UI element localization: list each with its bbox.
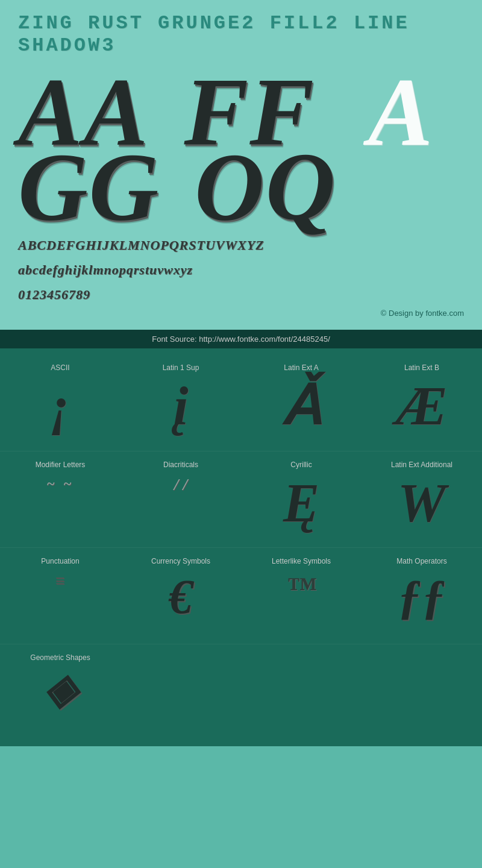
glyph-grid: ASCII ¡ Latin 1 Sup į Latin Ext A Ǎ Lati… <box>0 354 482 740</box>
glyph-cell-latinexta: Latin Ext A Ǎ <box>241 354 362 451</box>
glyph-ascii: ¡ <box>49 379 70 433</box>
glyph-cyrillic: Ę <box>283 476 319 530</box>
glyph-cell-letterlike: Letterlike Symbols ™ <box>241 547 362 644</box>
label-cyrillic: Cyrillic <box>247 461 355 469</box>
label-mathops: Math Operators <box>368 557 476 565</box>
glyph-cell-empty3 <box>362 644 482 740</box>
label-punctuation: Punctuation <box>6 557 114 565</box>
glyph-currency: € <box>169 573 193 621</box>
glyph-latinextadd: W <box>398 476 446 530</box>
glyph-geometric: ◈ <box>44 669 77 711</box>
label-geometric: Geometric Shapes <box>6 653 114 662</box>
label-letterlike: Letterlike Symbols <box>247 557 355 565</box>
glyph-cell-ascii: ASCII ¡ <box>0 354 120 451</box>
glyph-cell-modifier: Modifier Letters ~ ~ <box>0 451 120 547</box>
font-title: ZING RUST GRUNGE2 FILL2 LINE SHADOW3 <box>18 12 464 57</box>
glyph-latinextb: Æ <box>396 379 448 433</box>
glyph-cell-empty2 <box>241 644 362 740</box>
label-diacriticals: Diacriticals <box>127 461 235 469</box>
label-latinexta: Latin Ext A <box>247 363 355 372</box>
label-modifier: Modifier Letters <box>6 461 114 469</box>
digits: 0123456789 <box>18 286 464 304</box>
glyph-cell-empty1 <box>120 644 241 740</box>
glyph-cell-mathops: Math Operators ƒƒ <box>362 547 482 644</box>
glyph-cell-latinextb: Latin Ext B Æ <box>362 354 482 451</box>
glyph-letterlike: ™ <box>286 573 316 603</box>
glyph-cell-latin1sup: Latin 1 Sup į <box>120 354 241 451</box>
label-latin1sup: Latin 1 Sup <box>127 363 235 372</box>
glyph-punctuation: ≡ <box>55 573 65 590</box>
label-currency: Currency Symbols <box>127 557 235 565</box>
glyph-cell-punctuation: Punctuation ≡ <box>0 547 120 644</box>
label-latinextb: Latin Ext B <box>368 363 476 372</box>
source-bar: Font Source: http://www.fontke.com/font/… <box>0 330 482 348</box>
large-char-a-white: A <box>368 69 433 156</box>
copyright-text: © Design by fontke.com <box>18 309 464 318</box>
preview-section: ZING RUST GRUNGE2 FILL2 LINE SHADOW3 A A… <box>0 0 482 330</box>
glyph-latinexta: Ǎ <box>283 379 320 433</box>
glyph-cell-diacriticals: Diacriticals / / <box>120 451 241 547</box>
glyph-diacriticals: / / <box>174 476 188 493</box>
glyph-cell-geometric: Geometric Shapes ◈ <box>0 644 120 740</box>
glyph-latin1sup: į <box>173 379 188 433</box>
alphabet-upper: ABCDEFGHIJKLMNOPQRSTUVWXYZ <box>18 236 464 255</box>
glyph-cell-currency: Currency Symbols € <box>120 547 241 644</box>
label-latinextadd: Latin Ext Additional <box>368 461 476 469</box>
label-ascii: ASCII <box>6 363 114 372</box>
source-text: Font Source: http://www.fontke.com/font/… <box>152 335 330 344</box>
glyph-cell-latinextadd: Latin Ext Additional W <box>362 451 482 547</box>
glyph-mathops: ƒƒ <box>398 573 446 621</box>
glyphs-section: ASCII ¡ Latin 1 Sup į Latin Ext A Ǎ Lati… <box>0 348 482 746</box>
alphabet-lower: abcdefghijklmnopqrstuvwxyz <box>18 261 464 280</box>
glyph-modifier: ~ ~ <box>46 476 74 491</box>
glyph-cell-cyrillic: Cyrillic Ę <box>241 451 362 547</box>
